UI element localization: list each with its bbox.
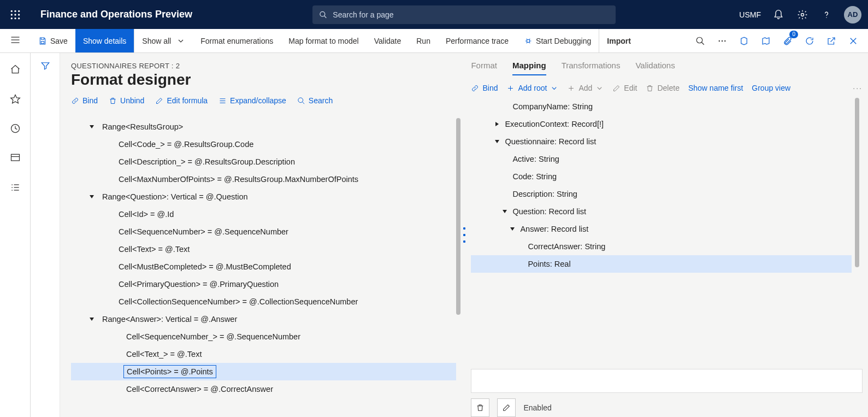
format-tree-row[interactable]: Cell<Description_> = @.ResultsGroup.Desc… [71, 153, 456, 171]
format-tree-row[interactable]: Cell<Id> = @.Id [71, 205, 456, 223]
expand-toggle-icon[interactable] [87, 122, 96, 131]
tree-search-button[interactable]: Search [297, 96, 333, 105]
group-view-button[interactable]: Group view [752, 84, 790, 92]
help-icon[interactable] [820, 8, 833, 21]
mapping-tree-row[interactable]: Active: String [471, 150, 852, 168]
expand-toggle-icon[interactable] [87, 315, 96, 324]
svg-point-0 [11, 10, 13, 11]
notifications-icon[interactable] [772, 8, 785, 21]
unbind-label: Unbind [120, 96, 144, 105]
mapping-tree-row[interactable]: Questionnaire: Record list [471, 133, 852, 150]
mapping-tree-row[interactable]: CorrectAnswer: String [471, 238, 852, 255]
start-debugging-button[interactable]: Start Debugging [516, 29, 599, 52]
mapping-tree-row[interactable]: Description: String [471, 185, 852, 203]
tree-node-label: Cell<SequenceNumber_> = @.SequenceNumber [123, 331, 303, 343]
tree-node-label: Cell<Points> = @.Points [123, 365, 216, 378]
tab-format[interactable]: Format [471, 57, 497, 75]
nav-favorites-icon[interactable] [7, 90, 24, 108]
toolbar-search-icon[interactable] [692, 33, 708, 49]
performance-trace-button[interactable]: Performance trace [438, 29, 516, 52]
format-tree-row[interactable]: Cell<Code_> = @.ResultsGroup.Code [71, 136, 456, 153]
add-root-button[interactable]: Add root [506, 84, 558, 92]
enabled-edit-button[interactable] [497, 398, 516, 417]
tab-transformations[interactable]: Transformations [562, 57, 621, 75]
nav-recent-icon[interactable] [7, 120, 24, 137]
nav-workspaces-icon[interactable] [7, 149, 24, 167]
tab-mapping[interactable]: Mapping [512, 57, 546, 75]
nav-modules-icon[interactable] [7, 179, 24, 196]
panel-splitter[interactable] [460, 53, 468, 417]
expand-toggle-icon[interactable] [493, 120, 501, 128]
toolbar-attachments-icon[interactable]: 0 [780, 33, 796, 49]
format-tree-row[interactable]: Cell<MaxNumberOfPoints> = @.ResultsGroup… [71, 171, 456, 188]
scrollbar-thumb[interactable] [456, 118, 460, 315]
tree-node-label: Cell<SequenceNumber> = @.SequenceNumber [116, 226, 291, 238]
tree-spacer [500, 190, 509, 198]
format-tree[interactable]: Range<ResultsGroup>Cell<Code_> = @.Resul… [71, 118, 460, 417]
mapping-scrollbar-thumb[interactable] [855, 98, 859, 267]
unbind-button[interactable]: Unbind [109, 96, 144, 105]
user-avatar[interactable]: AD [844, 6, 861, 24]
show-all-button[interactable]: Show all [134, 29, 193, 52]
mapping-tree-row[interactable]: CompanyName: String [471, 98, 852, 115]
show-details-button[interactable]: Show details [75, 29, 134, 52]
expand-toggle-icon[interactable] [500, 207, 509, 216]
toolbar-office-icon[interactable] [736, 33, 752, 49]
format-tree-row[interactable]: Range<Answer>: Vertical = @.Answer [71, 310, 456, 328]
filter-panel-toggle[interactable] [31, 53, 60, 417]
expand-collapse-button[interactable]: Expand/collapse [219, 96, 286, 105]
validate-button[interactable]: Validate [367, 29, 409, 52]
show-name-first-button[interactable]: Show name first [688, 84, 743, 92]
mapping-bind-button[interactable]: Bind [471, 84, 498, 92]
map-format-to-model-button[interactable]: Map format to model [281, 29, 366, 52]
mapping-more-icon[interactable]: ··· [853, 84, 863, 92]
import-button[interactable]: Import [599, 29, 639, 52]
toolbar-more-icon[interactable] [714, 33, 730, 49]
mapping-panel: Format Mapping Transformations Validatio… [468, 53, 868, 417]
format-tree-row[interactable]: Cell<Text_> = @.Text [71, 345, 456, 363]
expand-toggle-icon[interactable] [493, 137, 501, 146]
mapping-tree-row[interactable]: Points: Real [471, 255, 852, 273]
toolbar-map-icon[interactable] [758, 33, 774, 49]
svg-point-17 [527, 39, 529, 42]
toolbar-popout-icon[interactable] [823, 33, 840, 49]
toolbar-refresh-icon[interactable] [801, 33, 818, 49]
expand-toggle-icon[interactable] [508, 225, 517, 233]
format-tree-row[interactable]: Range<ResultsGroup> [71, 118, 456, 136]
svg-point-5 [18, 14, 20, 15]
global-search[interactable] [312, 5, 616, 24]
format-tree-row[interactable]: Cell<PrimaryQuestion> = @.PrimaryQuestio… [71, 275, 456, 293]
format-tree-row[interactable]: Cell<CorrectAnswer> = @.CorrectAnswer [71, 380, 456, 398]
nav-collapse-toggle[interactable] [0, 29, 31, 53]
expand-toggle-icon[interactable] [87, 192, 96, 201]
mapping-tree-row[interactable]: ExecutionContext: Record[!] [471, 115, 852, 133]
mapping-tree-row[interactable]: Question: Record list [471, 203, 852, 220]
save-label: Save [50, 37, 68, 45]
mapping-tree[interactable]: CompanyName: StringExecutionContext: Rec… [471, 98, 863, 273]
nav-home-icon[interactable] [7, 61, 24, 78]
app-launcher-icon[interactable] [7, 6, 24, 24]
pencil-icon [612, 84, 621, 92]
bind-button[interactable]: Bind [71, 96, 98, 105]
format-enumerations-button[interactable]: Format enumerations [193, 29, 281, 52]
format-tree-row[interactable]: Cell<SequenceNumber> = @.SequenceNumber [71, 223, 456, 240]
format-tree-row[interactable]: Cell<Points> = @.Points [71, 363, 456, 380]
toolbar-close-icon[interactable] [845, 33, 861, 49]
enabled-delete-button[interactable] [471, 398, 489, 417]
tab-validations[interactable]: Validations [635, 57, 675, 75]
format-tree-row[interactable]: Cell<CollectionSequenceNumber> = @.Colle… [71, 293, 456, 310]
run-button[interactable]: Run [409, 29, 438, 52]
save-button[interactable]: Save [31, 29, 75, 52]
mapping-tree-row[interactable]: Code: String [471, 168, 852, 185]
legal-entity[interactable]: USMF [739, 10, 761, 19]
expression-input[interactable] [471, 369, 863, 393]
settings-gear-icon[interactable] [796, 8, 809, 21]
edit-formula-button[interactable]: Edit formula [155, 96, 208, 105]
mapping-tree-row[interactable]: Answer: Record list [471, 220, 852, 238]
format-tree-row[interactable]: Range<Question>: Vertical = @.Question [71, 188, 456, 205]
mapping-bind-label: Bind [482, 84, 498, 92]
format-tree-row[interactable]: Cell<MustBeCompleted> = @.MustBeComplete… [71, 258, 456, 275]
format-tree-row[interactable]: Cell<SequenceNumber_> = @.SequenceNumber [71, 328, 456, 345]
global-search-input[interactable] [333, 10, 609, 19]
format-tree-row[interactable]: Cell<Text> = @.Text [71, 240, 456, 258]
